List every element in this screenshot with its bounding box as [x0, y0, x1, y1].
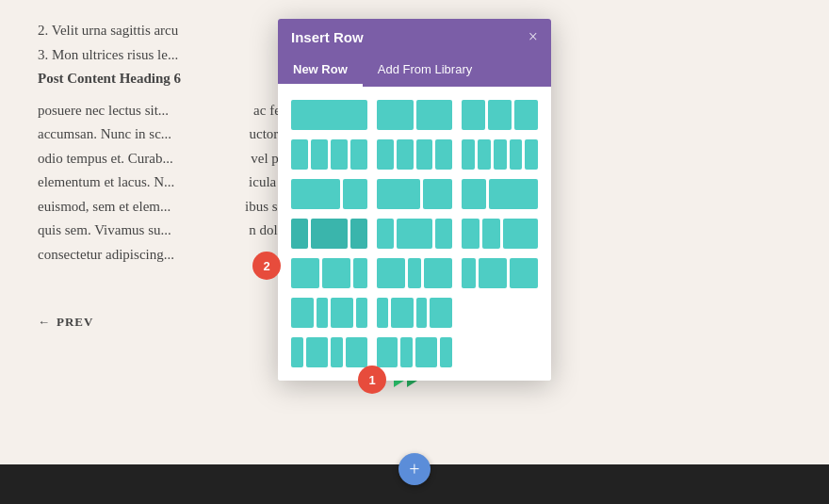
layout-4col-b[interactable] [377, 139, 453, 170]
layout-block [311, 219, 348, 249]
layout-block [350, 219, 367, 249]
layout-block [331, 139, 348, 170]
prev-link[interactable]: ← PREV [38, 315, 93, 330]
layout-block [400, 337, 413, 367]
layout-block [311, 139, 328, 170]
layout-3col-wide-sides[interactable] [377, 219, 453, 249]
layout-5col-narrow[interactable] [291, 337, 367, 367]
layout-block [291, 139, 308, 170]
layout-block [462, 219, 480, 249]
layout-block [430, 298, 452, 328]
layout-block [503, 219, 538, 249]
layout-block [408, 258, 422, 288]
layout-2col-equal[interactable] [377, 179, 453, 209]
layout-block [291, 219, 308, 249]
layout-block [510, 258, 538, 288]
layout-block [416, 100, 453, 130]
tab-add-from-library[interactable]: Add From Library [363, 55, 487, 87]
layout-1col[interactable] [291, 100, 367, 130]
layout-block [317, 298, 328, 328]
modal-header: Insert Row × [278, 19, 551, 55]
layout-block [377, 139, 394, 170]
modal-tabs: New Row Add From Library [278, 55, 551, 87]
layout-3col-center-small[interactable] [377, 258, 453, 288]
layout-block [482, 219, 500, 249]
layout-3col-narrow-center[interactable] [291, 219, 367, 249]
layout-block [377, 258, 405, 288]
layout-block [462, 258, 476, 288]
layout-block [462, 100, 485, 130]
layout-block [489, 179, 538, 209]
layout-grid [291, 100, 538, 367]
layout-block [440, 337, 452, 367]
layout-block [377, 179, 421, 209]
layout-block [478, 139, 491, 170]
layout-block [353, 258, 367, 288]
layout-3col-right-heavy[interactable] [462, 219, 538, 249]
layout-block [291, 298, 314, 328]
layout-block [350, 139, 367, 170]
layout-block [291, 100, 367, 130]
layout-block [377, 337, 398, 367]
layout-2col-wide-left[interactable] [291, 179, 367, 209]
layout-block [525, 139, 538, 170]
layout-block [391, 298, 414, 328]
layout-5col-b[interactable] [377, 337, 453, 367]
layout-block [416, 298, 428, 328]
layout-4col-mixed-b[interactable] [377, 298, 453, 328]
layout-3col-left-small[interactable] [291, 258, 367, 288]
tab-new-row[interactable]: New Row [278, 55, 363, 87]
layout-block [416, 139, 433, 170]
layout-block [356, 298, 367, 328]
layout-block [397, 219, 431, 249]
layout-block [346, 337, 366, 367]
layout-block [494, 139, 507, 170]
layout-5col[interactable] [462, 139, 538, 170]
layout-block [377, 298, 388, 328]
layout-block [435, 219, 453, 249]
layout-block [435, 139, 452, 170]
layout-block [377, 100, 414, 130]
layout-block [331, 298, 353, 328]
layout-2col-wide-right[interactable] [462, 179, 538, 209]
layout-block [510, 139, 523, 170]
layout-block [415, 337, 436, 367]
prev-label: PREV [57, 315, 93, 330]
modal-title: Insert Row [291, 29, 364, 45]
layout-block [331, 337, 343, 367]
layout-block [397, 139, 414, 170]
layout-empty [462, 298, 538, 328]
modal-close-button[interactable]: × [528, 28, 538, 45]
layout-block [306, 337, 327, 367]
layout-block [514, 100, 538, 130]
layout-block [377, 219, 395, 249]
layout-4col-mixed-a[interactable] [291, 298, 367, 328]
layout-block [322, 258, 350, 288]
layout-block [424, 258, 452, 288]
layout-3col[interactable] [462, 100, 538, 130]
layout-block [423, 179, 452, 209]
add-button[interactable]: + [398, 453, 431, 485]
badge-1: 1 [358, 366, 386, 394]
layout-block [343, 179, 367, 209]
placeholder [462, 337, 538, 367]
layout-3col-right-small[interactable] [462, 258, 538, 288]
layout-2col[interactable] [377, 100, 453, 130]
prev-arrow-icon: ← [38, 315, 51, 330]
layout-block [462, 139, 475, 170]
layout-block [291, 337, 303, 367]
layout-block [479, 258, 507, 288]
badge-2: 2 [252, 252, 281, 280]
layout-block [291, 179, 340, 209]
layout-block [488, 100, 512, 130]
layout-4col[interactable] [291, 139, 367, 170]
layout-block [462, 179, 486, 209]
layout-block [291, 258, 319, 288]
insert-row-modal: Insert Row × New Row Add From Library [278, 19, 551, 381]
modal-body [278, 87, 551, 381]
